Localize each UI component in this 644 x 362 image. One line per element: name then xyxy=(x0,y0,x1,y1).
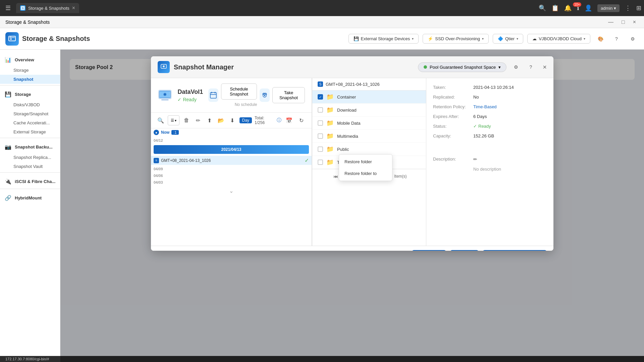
volume-icon xyxy=(158,86,172,105)
first-page-button[interactable]: ⏮ xyxy=(331,172,339,180)
svg-rect-2 xyxy=(9,36,15,41)
folder-checkbox-5[interactable] xyxy=(318,160,323,165)
description-label: Description: xyxy=(433,157,473,162)
pool-guaranteed-button[interactable]: Pool Guaranteed Snapshot Space ▾ xyxy=(418,62,506,72)
folder-checkbox-3[interactable] xyxy=(318,133,323,139)
clone-button[interactable]: Clone xyxy=(450,250,479,251)
modal-header-icon xyxy=(158,61,170,73)
day-filter-badge[interactable]: Day xyxy=(239,117,252,123)
folder-name-2: Mobile Data xyxy=(337,121,360,126)
download-toolbar-button[interactable]: ⬇ xyxy=(228,115,237,125)
sidebar-item-iscsi[interactable]: 🔌 iSCSI & Fibre Cha... xyxy=(0,174,60,187)
folder-open-toolbar-button[interactable]: 📂 xyxy=(217,115,225,125)
appearance-button[interactable]: 🎨 xyxy=(594,33,606,45)
help-icon[interactable]: ? xyxy=(610,33,623,45)
modal-help-icon[interactable]: ? xyxy=(525,62,536,72)
minimize-button[interactable]: — xyxy=(605,18,616,26)
sidebar-item-snapshot-backup[interactable]: 📷 Snapshot Backu... xyxy=(0,139,60,153)
sidebar-item-snapshot[interactable]: Snapshot xyxy=(0,75,60,84)
folder-checkbox-0[interactable]: ✓ xyxy=(318,94,323,100)
sidebar-item-snapshot-replica[interactable]: Snapshot Replica... xyxy=(0,153,60,162)
edit-description-icon[interactable]: ✏ xyxy=(473,157,477,162)
maximize-button[interactable]: □ xyxy=(619,18,628,26)
vjbod-button[interactable]: ☁ VJBOD/VJBOD Cloud ▾ xyxy=(527,34,590,44)
context-menu: Restore folder Restore folder to xyxy=(339,154,392,181)
snapshot-item-icon: S xyxy=(154,158,159,163)
snapshot-item-0[interactable]: S GMT+08_2021-04-13_1026 ✓ xyxy=(151,156,312,165)
folder-checkbox-4[interactable] xyxy=(318,146,323,152)
retention-value-link[interactable]: Time-Based xyxy=(473,104,497,109)
sidebar-item-storage-section[interactable]: 💾 Storage xyxy=(0,87,60,100)
detail-taken: Taken: 2021-04-13 10:26:14 xyxy=(433,85,547,90)
search-toolbar-button[interactable]: 🔍 xyxy=(156,115,165,125)
folder-icon-1: 📁 xyxy=(326,106,334,114)
sidebar-item-disks[interactable]: Disks/VJBOD xyxy=(0,100,60,109)
hamburger-button[interactable]: ☰ xyxy=(3,2,13,14)
app-logo-icon xyxy=(5,32,19,46)
hybridmount-label: HybridMount xyxy=(15,195,42,200)
folder-name-1: Download xyxy=(337,108,357,113)
timeline-scroll-down[interactable]: ⌄ xyxy=(151,185,312,197)
restore-button[interactable]: Restore ▾ xyxy=(412,250,446,251)
folder-icon-0: 📁 xyxy=(326,93,334,101)
vjbod-label: VJBOD/VJBOD Cloud xyxy=(539,36,582,41)
info-tooltip-icon[interactable]: ⓘ xyxy=(277,117,281,123)
upload-toolbar-button[interactable]: ⬆ xyxy=(205,115,214,125)
modal-close-button[interactable]: × xyxy=(543,63,547,71)
storage-label: Storage xyxy=(13,68,29,73)
external-storage-button[interactable]: 💾 External Storage Devices ▾ xyxy=(348,34,419,44)
ssd-button[interactable]: ⚡ SSD Over-Provisioning ▾ xyxy=(423,34,489,44)
sidebar-item-storage-snapshot[interactable]: Storage/Snapshot xyxy=(0,109,60,118)
modal-body: DataVol1 ✓ Ready xyxy=(151,78,553,246)
user-icon[interactable]: 👤 xyxy=(585,4,592,12)
edit-toolbar-button[interactable]: ✏ xyxy=(194,115,202,125)
description-container: ✏ xyxy=(473,157,477,162)
revert-button[interactable]: Revert volume snapshot xyxy=(483,250,547,251)
sidebar-item-storage[interactable]: Storage xyxy=(0,66,60,75)
settings-icon[interactable]: ⚙ xyxy=(627,33,639,45)
folder-checkbox-2[interactable] xyxy=(318,120,323,126)
app-switcher-icon[interactable]: ⊞ xyxy=(636,4,641,12)
qtier-button[interactable]: 🔷 Qtier ▾ xyxy=(493,34,523,44)
folder-checkbox-1[interactable] xyxy=(318,107,323,113)
delete-toolbar-button[interactable]: 🗑 xyxy=(182,115,191,125)
take-snapshot-button[interactable]: Take Snapshot xyxy=(272,87,305,103)
taken-label: Taken: xyxy=(433,85,473,90)
snapshot-toolbar: 🔍 ☰▾ 🗑 ✏ ⬆ 📂 ⬇ Day Total: 1/256 ⓘ xyxy=(151,113,312,128)
context-menu-restore-folder[interactable]: Restore folder xyxy=(339,156,392,168)
storage-section-label: Storage xyxy=(15,92,31,97)
view-select-button[interactable]: ☰▾ xyxy=(168,115,179,125)
folder-item-0[interactable]: ✓ 📁 Container xyxy=(312,90,426,104)
sidebar-item-cache[interactable]: Cache Accelerati... xyxy=(0,118,60,127)
capacity-label: Capacity: xyxy=(433,133,473,138)
app-logo: Storage & Snapshots xyxy=(5,32,90,46)
alert-icon[interactable]: 🔔 xyxy=(564,4,572,12)
sidebar-item-external[interactable]: External Storage xyxy=(0,127,60,136)
folder-header-name: GMT+08_2021-04-13_1026 xyxy=(326,82,380,87)
stack-icon[interactable]: 📋 xyxy=(551,4,559,12)
close-button[interactable]: × xyxy=(630,18,639,26)
cache-label: Cache Accelerati... xyxy=(13,120,50,125)
info-badge-icon[interactable]: ℹ 10+ xyxy=(577,4,579,12)
search-icon[interactable]: 🔍 xyxy=(539,4,546,12)
snapshot-date-bar[interactable]: 2021/04/13 xyxy=(154,145,309,154)
admin-button[interactable]: admin ▾ xyxy=(597,4,620,12)
more-options-icon[interactable]: ⋮ xyxy=(625,4,631,12)
sidebar-item-snapshot-vault[interactable]: Snapshot Vault xyxy=(0,162,60,171)
tab-close-button[interactable]: × xyxy=(72,5,75,11)
sidebar-item-hybridmount[interactable]: 🔗 HybridMount xyxy=(0,190,60,204)
sidebar-item-overview[interactable]: 📊 Overview xyxy=(0,52,60,66)
total-count-label: Total: 1/256 xyxy=(255,116,273,125)
folder-item-1[interactable]: 📁 Download xyxy=(312,104,426,117)
detail-replicated: Replicated: No xyxy=(433,95,547,100)
calendar-toolbar-button[interactable]: 📅 xyxy=(284,115,294,125)
context-menu-restore-folder-to[interactable]: Restore folder to xyxy=(339,168,392,179)
snapshot-item-name: GMT+08_2021-04-13_1026 xyxy=(161,158,211,163)
browser-tab[interactable]: S Storage & Snapshots × xyxy=(16,3,79,13)
schedule-snapshot-button[interactable]: Schedule Snapshot xyxy=(221,83,257,100)
modal-settings-icon[interactable]: ⚙ xyxy=(511,62,521,72)
snapshot-backup-label: Snapshot Backu... xyxy=(15,144,53,149)
folder-item-2[interactable]: 📁 Mobile Data xyxy=(312,117,426,130)
folder-item-3[interactable]: 📁 Multimedia xyxy=(312,130,426,143)
refresh-toolbar-button[interactable]: ↻ xyxy=(296,115,306,125)
